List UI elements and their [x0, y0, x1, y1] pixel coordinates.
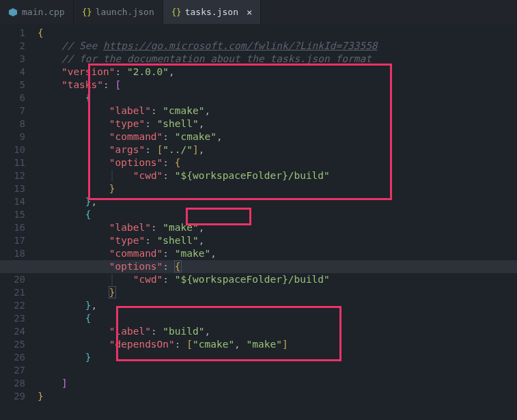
json-key: "cwd"	[133, 274, 163, 285]
tab-launch-json[interactable]: {} launch.json	[74, 0, 163, 24]
json-key: "label"	[109, 105, 151, 116]
comment-text: // See	[61, 40, 103, 51]
json-key: "tasks"	[61, 79, 103, 90]
json-key: "cwd"	[133, 170, 163, 181]
close-icon[interactable]: ×	[247, 7, 252, 18]
tab-label: launch.json	[96, 7, 154, 17]
json-string: "shell"	[157, 235, 199, 246]
json-string: "build"	[163, 326, 204, 337]
editor[interactable]: 12345 678910 1112131415 1617181920 21222…	[0, 24, 517, 403]
json-string: "../"	[163, 144, 193, 155]
svg-text:{}: {}	[171, 8, 181, 17]
line-number-gutter: 12345 678910 1112131415 1617181920 21222…	[0, 24, 38, 403]
tab-label: main.cpp	[22, 7, 65, 17]
json-string: "make"	[163, 222, 198, 233]
code-area[interactable]: { // See https://go.microsoft.com/fwlink…	[38, 24, 517, 403]
json-string: "make"	[247, 339, 282, 350]
json-key: "options"	[109, 261, 163, 272]
tab-bar: main.cpp {} launch.json {} tasks.json ×	[0, 0, 517, 24]
json-string: "${workspaceFolder}/build"	[175, 170, 330, 181]
json-key: "version"	[61, 66, 115, 77]
svg-text:{}: {}	[82, 8, 92, 17]
json-string: "cmake"	[163, 105, 204, 116]
json-string: "make"	[175, 248, 210, 259]
json-key: "label"	[109, 222, 151, 233]
json-icon: {}	[171, 8, 181, 17]
json-icon: {}	[82, 8, 92, 17]
cpp-icon	[8, 8, 18, 17]
comment-text: // for the documentation about the tasks…	[61, 53, 372, 64]
json-string: "cmake"	[193, 339, 234, 350]
json-key: "options"	[109, 157, 163, 168]
tab-tasks-json[interactable]: {} tasks.json ×	[163, 0, 262, 24]
json-key: "args"	[109, 144, 145, 155]
svg-marker-0	[9, 8, 17, 16]
json-key: "type"	[109, 235, 145, 246]
json-string: "shell"	[157, 118, 199, 129]
json-string: "${workspaceFolder}/build"	[175, 274, 330, 285]
json-string: "cmake"	[175, 131, 216, 142]
json-key: "command"	[109, 248, 163, 259]
tab-label: tasks.json	[185, 7, 238, 17]
json-string: "2.0.0"	[127, 66, 169, 77]
json-key: "dependsOn"	[109, 339, 175, 350]
json-key: "type"	[109, 118, 145, 129]
json-key: "command"	[109, 131, 163, 142]
doc-link[interactable]: https://go.microsoft.com/fwlink/?LinkId=…	[103, 40, 378, 51]
json-key: "label"	[109, 326, 151, 337]
tab-main-cpp[interactable]: main.cpp	[0, 0, 74, 24]
